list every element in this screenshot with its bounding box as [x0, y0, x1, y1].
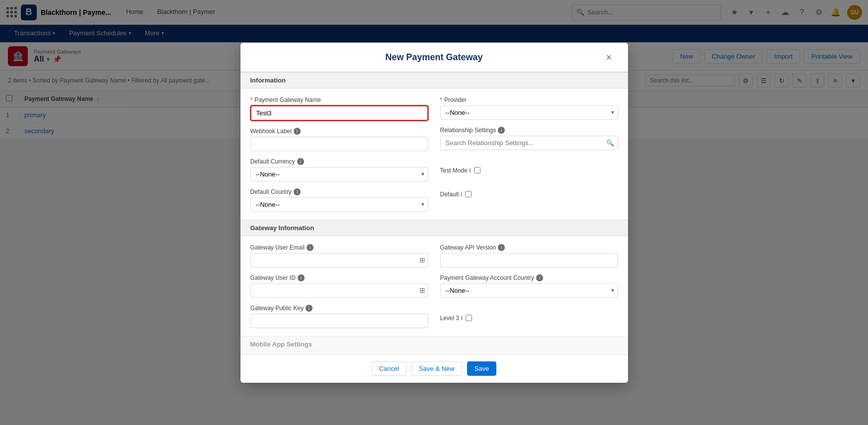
webhook-label-field: Webhook Label i	[250, 128, 428, 140]
info-icon[interactable]: i	[294, 128, 301, 135]
relationship-settings-label: Relationship Settings i	[440, 127, 618, 134]
relationship-settings-wrapper: 🔍	[440, 136, 618, 140]
search-icon: 🔍	[606, 139, 614, 140]
webhook-label-label: Webhook Label i	[250, 128, 428, 135]
provider-select[interactable]: --None--	[440, 105, 618, 120]
provider-label: * Provider	[440, 96, 618, 103]
information-section-header: Information	[240, 72, 628, 88]
gateway-name-label: * Payment Gateway Name	[250, 96, 428, 103]
modal: New Payment Gateway × Information * Paym…	[240, 43, 628, 140]
relationship-settings-input[interactable]	[440, 136, 618, 140]
info-icon[interactable]: i	[498, 127, 505, 134]
modal-title: New Payment Gateway	[266, 52, 602, 63]
information-section: Information * Payment Gateway Name	[240, 72, 628, 140]
modal-body: Information * Payment Gateway Name	[240, 72, 628, 140]
webhook-label-input[interactable]	[250, 137, 428, 140]
provider-field: * Provider --None-- ▾	[440, 96, 618, 120]
modal-overlay: New Payment Gateway × Information * Paym…	[0, 0, 868, 139]
gateway-name-input[interactable]	[250, 105, 428, 121]
info-left-column: * Payment Gateway Name Webhook Label i	[250, 96, 428, 140]
relationship-settings-field: Relationship Settings i 🔍	[440, 127, 618, 140]
info-right-column: * Provider --None-- ▾	[440, 96, 618, 140]
modal-close-button[interactable]: ×	[602, 51, 616, 65]
modal-header: New Payment Gateway ×	[240, 43, 628, 72]
gateway-name-field: * Payment Gateway Name	[250, 96, 428, 121]
information-section-body: * Payment Gateway Name Webhook Label i	[240, 88, 628, 140]
provider-select-wrapper: --None-- ▾	[440, 105, 618, 120]
